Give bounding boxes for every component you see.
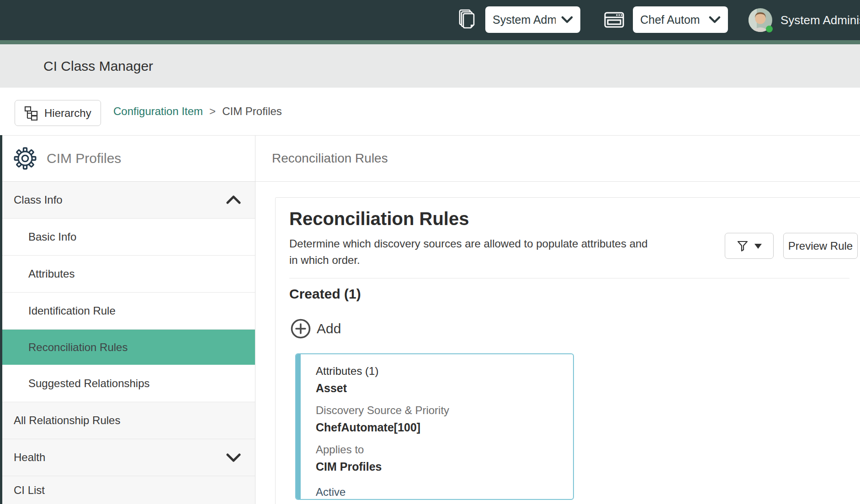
card-description: Determine which discovery sources are al…	[289, 236, 860, 268]
preview-rule-button[interactable]: Preview Rule	[783, 233, 858, 259]
chevron-up-icon	[226, 195, 241, 205]
user-name-label: System Adminis	[780, 13, 860, 27]
accent-strip	[0, 40, 860, 44]
rule-attributes-label: Attributes (1)	[316, 364, 573, 378]
rule-attributes-value: Asset	[316, 381, 573, 395]
reconciliation-rules-card: Reconciliation Rules Determine which dis…	[275, 197, 860, 504]
content-area: CIM Profiles Class Info Basic Info Attri…	[2, 135, 860, 504]
breadcrumb: Configuration Item > CIM Profiles	[113, 88, 282, 135]
breadcrumb-current: CIM Profiles	[222, 105, 282, 118]
rule-status-badge: Active	[316, 486, 573, 499]
hierarchy-label: Hierarchy	[44, 107, 91, 120]
topbar: System Adm Chef Autom	[0, 0, 860, 40]
sidebar-item-basic-info[interactable]: Basic Info	[2, 219, 255, 256]
rule-applies-value: CIM Profiles	[316, 459, 573, 474]
filter-button[interactable]	[725, 233, 774, 259]
rule-accent-bar	[296, 354, 301, 499]
user-menu[interactable]: System Adminis	[749, 0, 860, 40]
divider	[289, 278, 849, 278]
created-heading: Created (1)	[289, 286, 361, 302]
page-header: CI Class Manager	[0, 44, 860, 88]
circle-plus-icon	[290, 318, 311, 339]
window-icon[interactable]	[600, 0, 628, 40]
sidebar-item-class-info[interactable]: Class Info	[2, 182, 255, 219]
hierarchy-button[interactable]: Hierarchy	[15, 100, 101, 126]
avatar	[749, 8, 772, 32]
rule-body: Attributes (1) Asset Discovery Source & …	[301, 354, 573, 499]
gear-icon	[14, 147, 37, 170]
panel-title: Reconciliation Rules	[272, 151, 388, 166]
panel-header: Reconciliation Rules	[255, 136, 860, 182]
copy-pages-icon[interactable]	[455, 0, 480, 40]
rule-source-value: ChefAutomate[100]	[316, 420, 573, 435]
sidebar-item-attributes[interactable]: Attributes	[2, 256, 255, 293]
sidebar-item-all-relationship-rules[interactable]: All Relationship Rules	[2, 402, 255, 439]
sidebar-item-reconciliation-rules[interactable]: Reconciliation Rules	[2, 330, 255, 365]
chevron-down-icon	[709, 16, 721, 24]
rule-applies-label: Applies to	[316, 443, 573, 457]
hierarchy-icon	[24, 106, 39, 121]
page-title: CI Class Manager	[0, 58, 153, 74]
scope-selector-dropdown[interactable]: System Adm	[485, 6, 580, 33]
ci-class-manager-screen: System Adm Chef Autom	[0, 0, 860, 504]
filter-funnel-icon	[737, 240, 749, 252]
reconciliation-rule-item[interactable]: Attributes (1) Asset Discovery Source & …	[295, 353, 574, 500]
main-panel: Reconciliation Rules Reconciliation Rule…	[255, 136, 860, 504]
triangle-down-icon	[754, 243, 762, 249]
scope-selector-value: System Adm	[493, 13, 556, 26]
presence-dot	[766, 26, 773, 32]
chevron-down-icon	[226, 452, 241, 462]
chevron-down-icon	[561, 16, 573, 24]
sidebar-header: CIM Profiles	[2, 136, 255, 182]
sidebar: CIM Profiles Class Info Basic Info Attri…	[2, 136, 255, 504]
sidebar-item-suggested-relationships[interactable]: Suggested Relationships	[2, 365, 255, 402]
sidebar-title: CIM Profiles	[47, 151, 121, 166]
application-selector-value: Chef Autom	[640, 13, 703, 26]
toolbar-row: Hierarchy Configuration Item > CIM Profi…	[0, 88, 860, 135]
sidebar-item-health[interactable]: Health	[2, 439, 255, 476]
sidebar-item-ci-list[interactable]: CI List	[2, 476, 255, 504]
sidebar-item-identification-rule[interactable]: Identification Rule	[2, 293, 255, 330]
card-title: Reconciliation Rules	[289, 209, 860, 229]
add-label: Add	[317, 321, 341, 336]
application-selector-dropdown[interactable]: Chef Autom	[633, 6, 728, 33]
breadcrumb-separator: >	[209, 105, 216, 118]
rule-source-label: Discovery Source & Priority	[316, 404, 573, 417]
breadcrumb-link-configuration-item[interactable]: Configuration Item	[113, 105, 203, 118]
add-rule-button[interactable]: Add	[290, 318, 341, 339]
